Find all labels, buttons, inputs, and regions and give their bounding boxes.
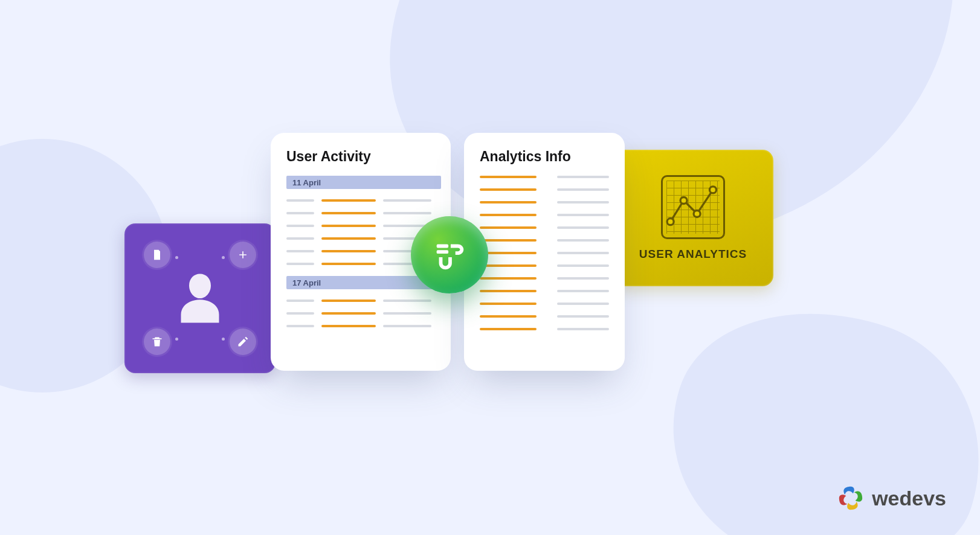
user-analytics-card: USER ANALYTICS [613, 150, 773, 286]
activity-row [286, 212, 435, 214]
svg-point-1 [680, 197, 687, 204]
activity-row [286, 199, 435, 202]
info-row [480, 264, 609, 267]
wedevs-mark-icon [837, 484, 865, 512]
activity-row [286, 325, 435, 327]
connector-dot [222, 338, 225, 341]
info-row [480, 239, 609, 242]
user-silhouette-icon [178, 272, 222, 324]
info-row [480, 214, 609, 216]
trash-icon [144, 328, 170, 355]
user-actions-icons [131, 229, 269, 367]
user-activity-title: User Activity [286, 149, 435, 165]
activity-row [286, 300, 435, 302]
info-row [480, 277, 609, 280]
plus-icon [230, 242, 256, 268]
info-row [480, 226, 609, 229]
date-group-1: 11 April [286, 176, 441, 189]
wedevs-text: wedevs [872, 487, 946, 510]
connector-dot [175, 338, 178, 341]
analytics-chart-icon [661, 175, 725, 239]
up-logo-icon [411, 216, 488, 293]
activity-row [286, 225, 435, 227]
svg-point-0 [667, 219, 674, 225]
svg-rect-4 [437, 245, 448, 248]
info-row [480, 303, 609, 305]
info-row [480, 188, 609, 191]
date-group-2: 17 April [286, 276, 441, 289]
analytics-info-title: Analytics Info [480, 149, 609, 165]
info-row [480, 176, 609, 178]
svg-point-2 [694, 211, 700, 217]
user-actions-card [124, 223, 276, 373]
analytics-info-card: Analytics Info [464, 133, 625, 371]
connector-dot [222, 256, 225, 259]
wedevs-logo: wedevs [837, 484, 946, 512]
svg-rect-5 [437, 250, 448, 254]
user-analytics-label: USER ANALYTICS [639, 248, 747, 261]
info-row [480, 290, 609, 292]
svg-point-3 [710, 187, 717, 193]
info-row [480, 315, 609, 318]
activity-row [286, 237, 435, 240]
activity-row [286, 312, 435, 315]
info-row [480, 328, 609, 330]
info-row [480, 201, 609, 203]
connector-dot [175, 256, 178, 259]
document-icon [144, 242, 170, 268]
pencil-icon [230, 328, 256, 355]
info-row [480, 252, 609, 254]
